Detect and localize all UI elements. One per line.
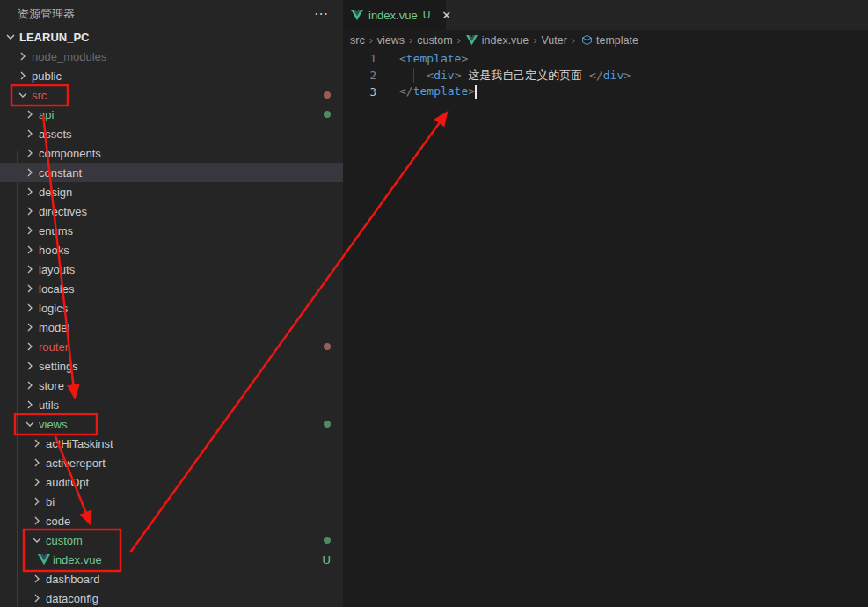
- project-name: LEARUN_PC: [19, 31, 89, 44]
- breadcrumb-separator: ›: [457, 34, 461, 47]
- breadcrumb-separator: ›: [533, 34, 536, 47]
- explorer-header: 资源管理器 ⋯: [0, 0, 343, 27]
- tree-item-enums[interactable]: enums: [0, 221, 343, 240]
- breadcrumb-label: src: [350, 34, 365, 47]
- tree-item-label: enums: [39, 224, 73, 238]
- git-status-untracked-badge: U: [323, 553, 331, 567]
- breadcrumb-item-views[interactable]: views: [377, 34, 405, 47]
- tree-item-custom[interactable]: custom: [0, 530, 343, 550]
- tree-item-label: dashboard: [46, 573, 99, 586]
- breadcrumb-item-custom[interactable]: custom: [417, 34, 452, 47]
- tree-item-store[interactable]: store: [0, 376, 343, 395]
- tree-item-label: hooks: [39, 244, 69, 257]
- tree-item-api[interactable]: api: [0, 105, 343, 124]
- tree-item-index.vue[interactable]: index.vueU: [0, 550, 343, 569]
- code-line-text: </template>: [376, 84, 477, 99]
- tree-item-node_modules[interactable]: node_modules: [0, 47, 343, 66]
- tree-item-label: views: [39, 418, 68, 431]
- chevron-right-icon: [30, 456, 44, 470]
- tree-item-label: api: [39, 108, 54, 121]
- tree-item-logics[interactable]: logics: [0, 298, 343, 318]
- tree-item-design[interactable]: design: [0, 182, 343, 201]
- breadcrumb-item-Vuter[interactable]: Vuter: [541, 34, 566, 47]
- tree-item-auditOpt[interactable]: auditOpt: [0, 472, 343, 492]
- chevron-down-icon: [4, 30, 18, 44]
- vue-file-icon: [350, 8, 364, 22]
- chevron-right-icon: [30, 494, 44, 508]
- code-line-3[interactable]: 3</template>: [343, 84, 868, 100]
- text-cursor: [475, 85, 477, 99]
- tree-item-label: public: [32, 69, 62, 83]
- git-modified-dot: [324, 91, 331, 99]
- tree-item-code[interactable]: code: [0, 511, 343, 530]
- tree-item-activereport[interactable]: activereport: [0, 453, 343, 472]
- close-icon[interactable]: ✕: [441, 9, 451, 22]
- chevron-right-icon: [23, 185, 37, 199]
- tab-bar: index.vue U ✕: [343, 0, 868, 30]
- code-editor[interactable]: 1<template>2 <div> 这是我自己定义的页面 </div>3</t…: [343, 50, 868, 100]
- tree-item-label: assets: [39, 128, 72, 141]
- tree-item-layouts[interactable]: layouts: [0, 260, 343, 279]
- tree-item-settings[interactable]: settings: [0, 356, 343, 376]
- tree-item-public[interactable]: public: [0, 66, 343, 85]
- chevron-right-icon: [23, 223, 37, 238]
- tree-item-router[interactable]: router: [0, 337, 343, 356]
- file-tree: node_modulespublicsrcapiassetscomponents…: [0, 47, 343, 607]
- chevron-right-icon: [23, 127, 37, 141]
- vue-file-icon: [465, 33, 479, 48]
- tree-item-label: dataconfig: [46, 592, 98, 605]
- tree-item-label: src: [32, 89, 47, 102]
- tree-item-label: design: [39, 186, 72, 199]
- tree-item-dataconfig[interactable]: dataconfig: [0, 589, 343, 607]
- tree-item-utils[interactable]: utils: [0, 395, 343, 414]
- tree-item-directives[interactable]: directives: [0, 201, 343, 221]
- tree-item-label: bi: [46, 495, 55, 508]
- git-untracked-dot: [324, 537, 331, 544]
- breadcrumb-item-src[interactable]: src: [350, 34, 365, 47]
- tree-item-label: layouts: [39, 263, 75, 276]
- tree-item-locales[interactable]: locales: [0, 279, 343, 298]
- tree-item-label: settings: [39, 360, 78, 373]
- line-number: 1: [343, 52, 376, 65]
- editor-area: index.vue U ✕ src›views›custom›index.vue…: [343, 0, 868, 607]
- chevron-right-icon: [16, 49, 30, 63]
- breadcrumb-label: views: [377, 34, 405, 47]
- tree-item-label: router: [39, 340, 69, 354]
- chevron-down-icon: [16, 88, 30, 102]
- breadcrumb-label: Vuter: [541, 34, 566, 47]
- chevron-right-icon: [30, 572, 44, 586]
- breadcrumb-item-template[interactable]: template: [580, 33, 638, 48]
- chevron-right-icon: [23, 340, 37, 354]
- tree-item-constant[interactable]: constant: [0, 163, 343, 182]
- tree-item-views[interactable]: views: [0, 414, 343, 434]
- chevron-right-icon: [16, 69, 30, 83]
- tree-item-model[interactable]: model: [0, 318, 343, 337]
- tree-item-assets[interactable]: assets: [0, 124, 343, 143]
- tree-item-src[interactable]: src: [0, 85, 343, 105]
- breadcrumb-label: custom: [417, 34, 452, 47]
- tree-item-actHiTaskinst[interactable]: actHiTaskinst: [0, 434, 343, 453]
- project-section-header[interactable]: LEARUN_PC: [0, 27, 343, 47]
- line-number: 2: [343, 69, 376, 82]
- chevron-right-icon: [23, 204, 37, 218]
- code-line-2[interactable]: 2 <div> 这是我自己定义的页面 </div>: [343, 67, 868, 84]
- tree-item-label: custom: [46, 534, 83, 547]
- tree-item-components[interactable]: components: [0, 143, 343, 163]
- tree-item-label: directives: [39, 205, 87, 218]
- tree-item-label: constant: [39, 166, 82, 179]
- tree-item-label: activereport: [46, 457, 106, 470]
- tree-item-dashboard[interactable]: dashboard: [0, 569, 343, 589]
- tab-index-vue[interactable]: index.vue U ✕: [343, 0, 446, 30]
- code-line-1[interactable]: 1<template>: [343, 50, 868, 67]
- chevron-right-icon: [23, 282, 37, 296]
- tree-item-label: components: [39, 147, 101, 160]
- breadcrumb-item-index.vue[interactable]: index.vue: [465, 33, 529, 48]
- tree-item-bi[interactable]: bi: [0, 492, 343, 511]
- git-modified-dot: [324, 343, 331, 350]
- more-actions-icon[interactable]: ⋯: [314, 5, 329, 22]
- tree-item-label: index.vue: [53, 553, 102, 567]
- vscode-window: 资源管理器 ⋯ LEARUN_PC node_modulespublicsrca…: [0, 0, 868, 607]
- chevron-right-icon: [30, 591, 44, 605]
- chevron-right-icon: [23, 398, 37, 412]
- tree-item-hooks[interactable]: hooks: [0, 240, 343, 260]
